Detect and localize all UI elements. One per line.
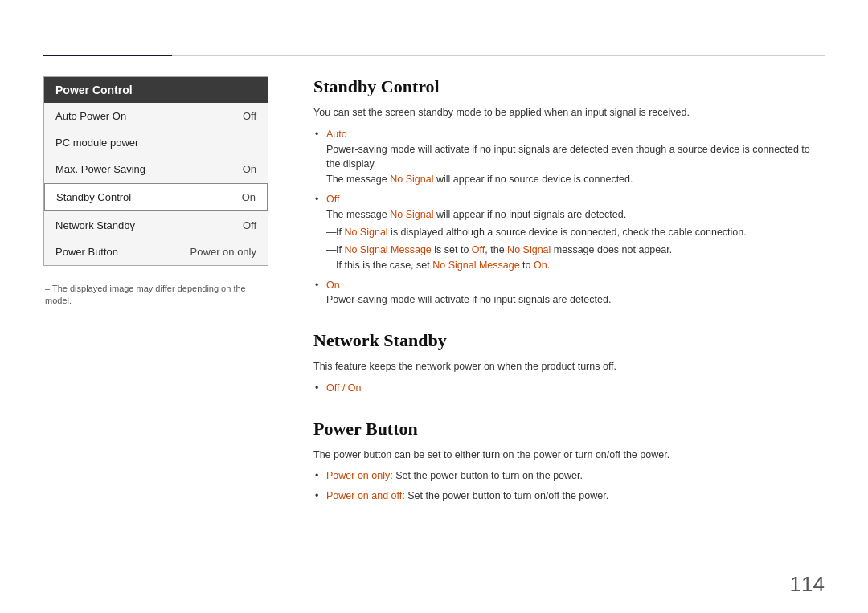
- network-standby-title: Network Standby: [313, 330, 825, 351]
- list-item: On Power-saving mode will activate if no…: [313, 278, 825, 309]
- menu-item-value: Power on only: [190, 246, 256, 258]
- auto-text: Power-saving mode will activate if no in…: [326, 144, 810, 170]
- off-sub-list: If No Signal is displayed although a sou…: [326, 225, 825, 272]
- left-panel: Power Control Auto Power On Off PC modul…: [43, 76, 268, 308]
- on-label: On: [326, 280, 340, 291]
- top-border-light: [172, 55, 825, 56]
- top-border: [43, 55, 825, 56]
- menu-item-pc-module[interactable]: PC module power: [44, 129, 268, 156]
- menu-title: Power Control: [44, 77, 268, 103]
- standby-control-list: Auto Power-saving mode will activate if …: [313, 127, 825, 308]
- list-item: Off / On: [313, 381, 825, 396]
- section-network-standby: Network Standby This feature keeps the n…: [313, 330, 825, 396]
- menu-item-power-button[interactable]: Power Button Power on only: [44, 239, 268, 265]
- network-standby-desc: This feature keeps the network power on …: [313, 359, 825, 374]
- menu-item-network-standby[interactable]: Network Standby Off: [44, 212, 268, 239]
- list-item: Power on only: Set the power button to t…: [313, 468, 825, 484]
- power-button-title: Power Button: [313, 419, 825, 439]
- power-on-off-label: Power on and off: [326, 490, 402, 501]
- menu-item-max-power[interactable]: Max. Power Saving On: [44, 156, 268, 182]
- on-text: Power-saving mode will activate if no in…: [326, 294, 611, 305]
- footnote: – The displayed image may differ dependi…: [43, 283, 268, 308]
- off-label: Off: [326, 194, 339, 205]
- power-on-only-text: : Set the power button to turn on the po…: [390, 470, 583, 481]
- auto-sub: The message No Signal will appear if no …: [326, 174, 633, 185]
- standby-control-desc: You can set the screen standby mode to b…: [313, 105, 825, 121]
- top-border-dark: [43, 55, 172, 56]
- power-button-list: Power on only: Set the power button to t…: [313, 468, 825, 504]
- off-on-label: Off / On: [326, 382, 362, 394]
- menu-item-label: Network Standby: [55, 219, 135, 231]
- menu-item-label: Standby Control: [56, 191, 131, 203]
- menu-item-label: PC module power: [55, 137, 138, 149]
- menu-box: Power Control Auto Power On Off PC modul…: [43, 76, 268, 266]
- menu-item-label: Max. Power Saving: [55, 163, 145, 175]
- menu-item-auto-power-on[interactable]: Auto Power On Off: [44, 103, 268, 129]
- right-content: Standby Control You can set the screen s…: [313, 76, 825, 526]
- page-number: 114: [790, 572, 825, 597]
- list-item: Auto Power-saving mode will activate if …: [313, 127, 825, 187]
- menu-item-label: Auto Power On: [55, 110, 126, 122]
- list-item: Power on and off: Set the power button t…: [313, 488, 825, 504]
- sub-list-item: If No Signal Message is set to Off, the …: [326, 243, 825, 273]
- standby-control-title: Standby Control: [313, 76, 825, 97]
- power-button-desc: The power button can be set to either tu…: [313, 447, 825, 463]
- auto-label: Auto: [326, 129, 347, 140]
- list-item: Off The message No Signal will appear if…: [313, 192, 825, 273]
- off-text: The message No Signal will appear if no …: [326, 209, 626, 220]
- menu-item-value: On: [243, 163, 256, 175]
- section-standby-control: Standby Control You can set the screen s…: [313, 76, 825, 308]
- menu-item-standby-control[interactable]: Standby Control On: [44, 183, 268, 211]
- power-on-off-text: : Set the power button to turn on/off th…: [402, 490, 608, 501]
- menu-item-value: Off: [243, 110, 256, 122]
- power-on-only-label: Power on only: [326, 470, 390, 481]
- network-standby-list: Off / On: [313, 381, 825, 396]
- sub-list-item: If No Signal is displayed although a sou…: [326, 225, 825, 240]
- menu-item-value: Off: [243, 219, 256, 231]
- section-power-button: Power Button The power button can be set…: [313, 419, 825, 504]
- menu-item-value: On: [242, 191, 256, 203]
- panel-divider: [43, 276, 268, 276]
- menu-item-label: Power Button: [55, 246, 118, 258]
